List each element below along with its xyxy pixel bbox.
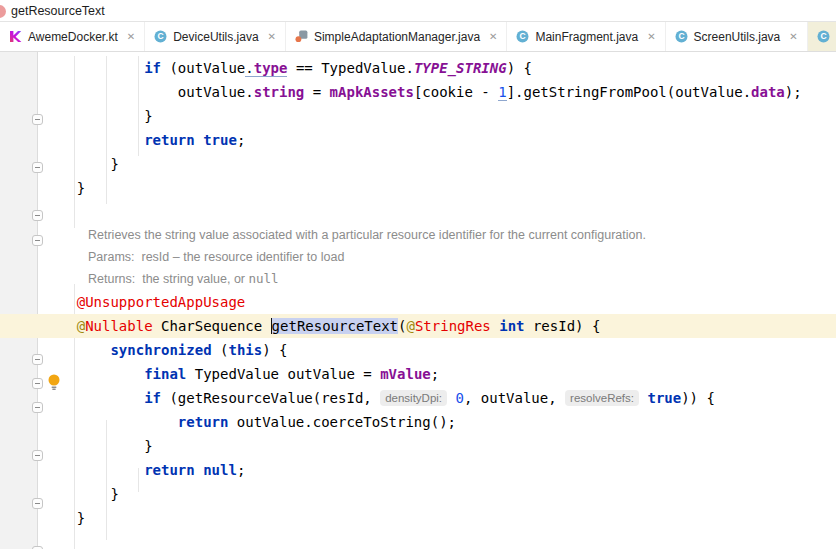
close-icon[interactable]: ✕ (127, 32, 135, 42)
code-line[interactable]: } (0, 434, 836, 458)
code-token (43, 60, 144, 76)
code-token: ( (212, 342, 229, 358)
code-token: } (43, 108, 153, 124)
kotlin-file-icon (9, 30, 22, 43)
doc-comment-line: Returns: the string value, or null (0, 268, 836, 290)
breadcrumb-bar: getResourceText (0, 0, 836, 22)
code-line[interactable]: return true; (0, 128, 836, 152)
code-token: ) { (507, 60, 532, 76)
close-icon[interactable]: ✕ (268, 32, 276, 42)
code-line[interactable]: return outValue.coerceToString(); (0, 410, 836, 434)
tab-screenutils-java[interactable]: CScreenUtils.java✕ (666, 22, 808, 51)
fold-marker[interactable] (32, 354, 43, 365)
fold-marker[interactable] (32, 235, 43, 246)
code-token: outValue.coerceToString(); (228, 414, 456, 430)
code-line[interactable]: final TypedValue outValue = mValue; (0, 362, 836, 386)
code-token: ) { (262, 342, 287, 358)
code-token: true (647, 390, 681, 406)
fold-marker[interactable] (32, 378, 43, 389)
tab-simpleadaptationmanager-java[interactable]: SimpleAdaptationManager.java✕ (286, 22, 508, 51)
fold-marker[interactable] (32, 498, 43, 509)
code-line[interactable]: outValue.string = mApkAssets[cookie - 1]… (0, 80, 836, 104)
breadcrumb-method-name[interactable]: getResourceText (11, 4, 105, 18)
close-icon[interactable]: ✕ (489, 32, 497, 42)
code-token: null (249, 271, 279, 286)
code-token: Nullable (85, 318, 152, 334)
code-line[interactable]: if (getResourceValue(resId, densityDpi: … (0, 386, 836, 410)
code-line[interactable]: @UnsupportedAppUsage (0, 290, 836, 314)
code-token: } (43, 156, 119, 172)
code-token: TYPE_STRING (414, 60, 507, 76)
code-token: null (203, 462, 237, 478)
tab-awemedocker-kt[interactable]: AwemeDocker.kt✕ (0, 22, 145, 51)
tab-mainfragment-java[interactable]: CMainFragment.java✕ (507, 22, 665, 51)
code-token: Retrieves the string value associated wi… (88, 228, 646, 242)
code-token: @UnsupportedAppUsage (77, 294, 246, 310)
code-token: (getResourceValue(resId, (161, 390, 380, 406)
code-token: } (43, 510, 85, 526)
tab-resource[interactable]: CResource (808, 22, 836, 51)
blank-line (0, 200, 836, 224)
code-line[interactable]: } (0, 176, 836, 200)
code-token (195, 462, 203, 478)
code-token: the string value, or (142, 272, 248, 286)
code-token: mValue (380, 366, 431, 382)
close-icon[interactable]: ✕ (789, 32, 797, 42)
code-token: this (228, 342, 262, 358)
lightbulb-icon[interactable] (47, 374, 61, 395)
fold-marker[interactable] (32, 450, 43, 461)
code-token: 0 (456, 390, 464, 406)
code-token: 1 (498, 84, 506, 101)
code-token: } (43, 438, 153, 454)
tab-deviceutils-java[interactable]: CDeviceUtils.java✕ (145, 22, 286, 51)
code-line[interactable]: } (0, 152, 836, 176)
code-token (43, 294, 77, 310)
code-token: @ (77, 318, 85, 334)
code-token: data (751, 84, 785, 100)
code-editor[interactable]: if (outValue.type == TypedValue.TYPE_STR… (0, 52, 836, 549)
code-token (43, 414, 178, 430)
code-token: (outValue (161, 60, 245, 76)
code-token: string (254, 84, 305, 100)
code-token (43, 132, 144, 148)
code-token: } (43, 486, 119, 502)
param-hint: resolveRefs: (565, 390, 639, 406)
tab-label: ScreenUtils.java (694, 30, 781, 44)
fold-marker[interactable] (32, 114, 43, 125)
code-token: outValue. (178, 84, 254, 100)
tab-label: AwemeDocker.kt (28, 30, 118, 44)
code-line[interactable]: @Nullable CharSequence getResourceText(@… (0, 314, 836, 338)
code-line[interactable]: return null; (0, 458, 836, 482)
tab-label: DeviceUtils.java (173, 30, 258, 44)
code-token: Params: (88, 250, 142, 264)
java-class-icon: C (817, 30, 830, 43)
code-token: ; (431, 366, 439, 382)
close-icon[interactable]: ✕ (647, 32, 655, 42)
java-class-icon: C (675, 30, 688, 43)
code-line[interactable]: } (0, 482, 836, 506)
code-token: , outValue, (464, 390, 565, 406)
param-hint: densityDpi: (380, 390, 447, 406)
code-line[interactable]: if (outValue.type == TypedValue.TYPE_STR… (0, 56, 836, 80)
code-line[interactable]: synchronized (this) { (0, 338, 836, 362)
code-token: Returns: (88, 272, 142, 286)
code-token: = (304, 84, 329, 100)
fold-marker[interactable] (32, 210, 43, 221)
code-token: int (499, 318, 524, 334)
code-token: == TypedValue. (287, 60, 413, 76)
svg-text:C: C (820, 31, 826, 41)
fold-marker[interactable] (32, 402, 43, 413)
code-token: if (144, 390, 161, 406)
fold-marker[interactable] (32, 162, 43, 173)
code-token: CharSequence (153, 318, 271, 334)
code-line[interactable]: } (0, 506, 836, 530)
code-token (195, 132, 203, 148)
svg-text:C: C (678, 31, 684, 41)
code-token (447, 390, 455, 406)
code-token (43, 318, 77, 334)
doc-comment-line: Retrieves the string value associated wi… (0, 224, 836, 246)
code-line[interactable]: } (0, 104, 836, 128)
svg-text:C: C (158, 31, 164, 41)
selected-identifier: getResourceText (272, 318, 398, 334)
code-token: mApkAssets (330, 84, 414, 100)
